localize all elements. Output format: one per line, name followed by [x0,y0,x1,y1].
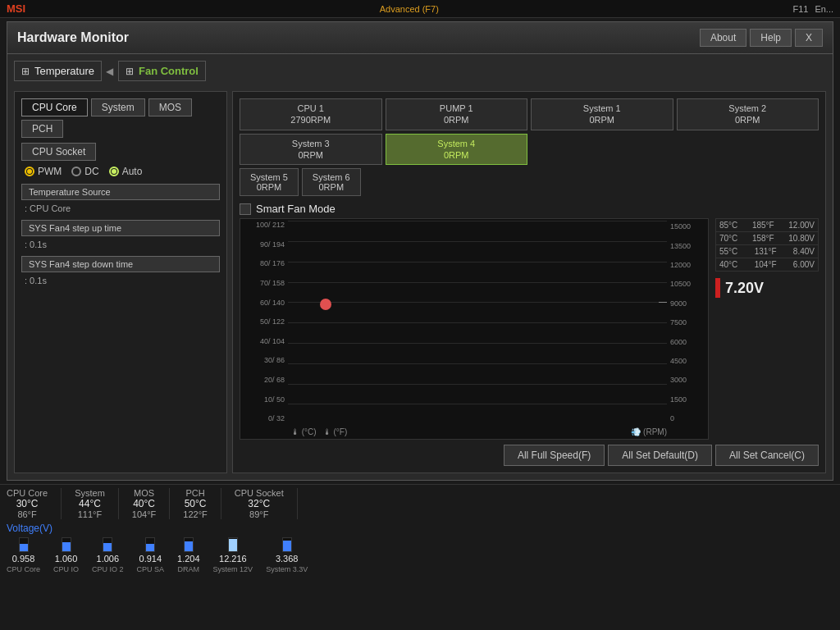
fan-pump1[interactable]: PUMP 1 0RPM [386,98,528,130]
vt-f-3: 104°F [755,260,777,269]
volt-item-cpu-sa: 0.914 CPU SA [137,537,165,573]
auto-radio[interactable] [109,167,119,176]
y-label-2: 80/ 176 [240,259,288,267]
y-label-6: 40/ 104 [240,337,288,345]
volt-item-cpu-io2: 1.006 CPU IO 2 [92,537,124,573]
voltage-panel: 85°C 185°F 12.00V 70°C 158°F 10.80V 55°C [712,218,819,440]
volt-val-1: 1.060 [55,554,78,564]
status-mos-f: 104°F [132,509,156,519]
volt-bar-1 [62,542,71,551]
sensor-status-row: CPU Core 30°C 86°F System 44°C 111°F MOS… [7,488,833,519]
volt-name-2: CPU IO 2 [92,565,124,573]
cpu-socket-btn[interactable]: CPU Socket [21,143,96,161]
volt-name-5: System 12V [213,565,253,573]
volt-bar-6 [283,541,291,551]
temp-source-button[interactable]: Temperature Source [21,184,220,200]
dc-radio[interactable] [71,167,81,176]
all-set-cancel-btn[interactable]: All Set Cancel(C) [715,445,819,466]
volt-item-dram: 1.204 DRAM [177,537,200,573]
volt-bar-wrap-2 [103,537,112,552]
status-system-c: 44°C [79,498,101,509]
vt-v-0: 12.00V [788,221,815,230]
volt-bar-2 [103,543,112,551]
smart-fan-checkbox[interactable] [240,203,251,215]
top-icons: En... [815,4,833,14]
status-system-name: System [75,488,105,498]
chart-area[interactable]: 100/ 212 90/ 194 80/ 176 70/ 158 60/ 140… [240,218,709,440]
fan-sys3[interactable]: System 3 0RPM [240,134,382,166]
about-button[interactable]: About [700,29,746,47]
fan-cpu1[interactable]: CPU 1 2790RPM [240,98,382,130]
dc-option[interactable]: DC [71,166,98,177]
fan-control-tab[interactable]: ⊞ Fan Control [118,61,206,81]
voltage-section-title: Voltage(V) [7,523,833,534]
window-title: Hardware Monitor [17,30,129,45]
smart-fan-header: Smart Fan Mode [240,203,819,215]
status-pch-c: 50°C [185,498,207,509]
y-label-10: 0/ 32 [240,414,288,422]
mos-btn[interactable]: MOS [148,98,192,116]
vt-v-1: 10.80V [788,234,815,243]
chart-plot[interactable] [288,221,667,424]
y-label-1: 90/ 194 [240,240,288,249]
auto-option[interactable]: Auto [109,166,143,177]
y-label-9: 10/ 50 [240,395,288,404]
step-up-button[interactable]: SYS Fan4 step up time [21,220,220,236]
vt-f-2: 131°F [755,247,777,256]
hardware-monitor-window: Hardware Monitor About Help X ⊞ Temperat… [7,21,833,481]
volt-val-2: 1.006 [97,554,120,564]
axis-rpm: 💨 (RPM) [631,427,667,436]
status-pch-f: 122°F [183,509,207,519]
volt-bar-wrap-6 [282,537,292,552]
step-down-button[interactable]: SYS Fan4 step down time [21,256,220,272]
all-set-default-btn[interactable]: All Set Default(D) [608,445,712,466]
fan-sys4[interactable]: System 4 0RPM [386,134,528,166]
chart-handle[interactable] [320,299,331,310]
status-mos-name: MOS [134,488,154,498]
fan-sys2[interactable]: System 2 0RPM [677,98,819,130]
cpu-core-btn[interactable]: CPU Core [21,98,88,116]
all-full-speed-btn[interactable]: All Full Speed(F) [504,445,605,466]
y-label-7: 30/ 86 [240,356,288,364]
yr-label-5: 7500 [667,318,708,326]
status-pch-name: PCH [185,488,204,498]
mode-row: PWM DC Auto [21,166,220,177]
volt-bar-4 [185,541,193,551]
volt-name-0: CPU Core [7,565,40,573]
axis-temp-c: 🌡 (°C) [291,427,317,436]
volt-item-cpu-core: 0.958 CPU Core [7,537,40,573]
y-label-3: 70/ 158 [240,279,288,287]
pch-btn[interactable]: PCH [21,120,63,138]
f11-icon: F11 [792,4,808,14]
auto-label: Auto [122,166,143,177]
grid-3 [288,282,667,283]
volt-name-6: System 3.3V [266,565,308,573]
vt-f-1: 158°F [752,234,774,243]
status-cpu-core-name: CPU Core [7,488,48,498]
chart-wrapper: 100/ 212 90/ 194 80/ 176 70/ 158 60/ 140… [240,218,709,440]
top-bar-right: F11 En... [792,4,833,14]
status-cpu-core: CPU Core 30°C 86°F [7,488,62,519]
y-label-5: 50/ 122 [240,317,288,326]
fan-sys1[interactable]: System 1 0RPM [531,98,673,130]
voltage-indicator-bar [715,278,720,298]
help-button[interactable]: Help [750,29,792,47]
pwm-radio[interactable] [25,167,34,176]
close-button[interactable]: X [795,29,823,47]
fan-tab-label: Fan Control [139,65,199,77]
y-label-8: 20/ 68 [240,376,288,384]
status-system-f: 111°F [78,509,102,519]
fan-sys6[interactable]: System 6 0RPM [302,168,361,196]
volt-val-5: 12.216 [219,554,247,564]
system-btn[interactable]: System [91,98,145,116]
yr-label-9: 1500 [667,395,708,404]
pwm-option[interactable]: PWM [25,166,62,177]
sensor-buttons-row2: CPU Socket [21,143,220,161]
y-axis-left: 100/ 212 90/ 194 80/ 176 70/ 158 60/ 140… [240,219,288,424]
yr-label-0: 15000 [667,222,708,231]
yr-label-7: 4500 [667,357,708,365]
vt-f-0: 185°F [752,221,774,230]
fan-sys5[interactable]: System 5 0RPM [240,168,299,196]
temperature-tab[interactable]: ⊞ Temperature [14,61,102,81]
volt-bar-wrap-0 [19,537,29,552]
